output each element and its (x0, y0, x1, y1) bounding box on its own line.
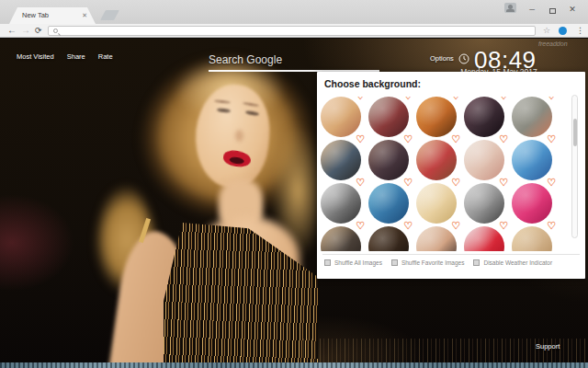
background-thumbnail-14[interactable]: ♡ (464, 183, 504, 224)
nav-most-visited[interactable]: Most Visited (17, 52, 54, 61)
favorite-heart-icon[interactable]: ♡ (547, 97, 556, 101)
extension-icon[interactable] (559, 27, 567, 35)
thumbnail-image[interactable] (321, 183, 361, 224)
background-thumbnail-13[interactable]: ♡ (416, 183, 457, 224)
new-tab-button[interactable] (100, 10, 119, 20)
favorite-heart-icon[interactable]: ♡ (403, 221, 413, 231)
panel-checkbox-item-1[interactable]: Shuffle All Images (324, 259, 382, 267)
favorite-heart-icon[interactable]: ♡ (451, 97, 460, 101)
checkbox-label: Shuffle All Images (334, 259, 382, 267)
thumbnail-image[interactable] (512, 183, 552, 224)
tab-title: New Tab (22, 7, 49, 24)
profile-button[interactable] (504, 3, 516, 13)
address-bar[interactable] (48, 26, 536, 36)
thumbnail-image[interactable] (368, 140, 409, 180)
thumbnail-image[interactable] (321, 97, 361, 137)
thumbnail-image[interactable] (512, 140, 552, 180)
favorite-heart-icon[interactable]: ♡ (403, 97, 413, 101)
topnav: Most Visited Share Rate (17, 52, 113, 61)
favorite-heart-icon[interactable]: ♡ (499, 97, 508, 101)
thumbnail-image[interactable] (368, 183, 409, 224)
reload-button[interactable]: ⟳ (35, 24, 42, 37)
clock-icon (458, 52, 469, 68)
thumbnail-image[interactable] (464, 140, 504, 180)
background-thumbnail-8[interactable]: ♡ (416, 140, 457, 180)
background-thumbnail-2[interactable]: ♡ (368, 97, 409, 137)
support-link[interactable]: Support (536, 342, 560, 351)
nav-share[interactable]: Share (67, 52, 85, 61)
panel-checkbox-item-3[interactable]: Disable Weather Indicator (473, 259, 552, 267)
minimize-button[interactable]: ─ (525, 2, 539, 26)
background-thumbnail-3[interactable]: ♡ (416, 97, 457, 137)
checkbox[interactable] (473, 259, 480, 266)
panel-scrollbar-thumb[interactable] (573, 119, 577, 146)
wallpaper-nose (235, 130, 243, 142)
favorite-heart-icon[interactable]: ♡ (356, 221, 365, 231)
favorite-heart-icon[interactable]: ♡ (356, 178, 365, 188)
background-thumbnail-20[interactable]: ♡ (512, 226, 552, 251)
background-thumbnail-7[interactable]: ♡ (368, 140, 409, 180)
favorite-heart-icon[interactable]: ♡ (356, 97, 365, 101)
browser-titlebar: New Tab ✕ ─ ✕ (0, 0, 588, 24)
forward-button[interactable]: → (21, 24, 30, 37)
favorite-heart-icon[interactable]: ♡ (547, 134, 556, 144)
person-icon (508, 5, 513, 9)
favorite-heart-icon[interactable]: ♡ (451, 178, 460, 188)
background-thumbnail-15[interactable]: ♡ (512, 183, 552, 224)
background-thumbnail-10[interactable]: ♡ (512, 140, 552, 180)
favorite-heart-icon[interactable]: ♡ (499, 221, 508, 231)
panel-checkbox-item-2[interactable]: Shuffle Favorite Images (391, 259, 465, 267)
google-search-input[interactable]: Search Google (209, 51, 379, 72)
tab-close-icon[interactable]: ✕ (82, 7, 87, 24)
background-thumbnail-9[interactable]: ♡ (464, 140, 504, 180)
favorite-heart-icon[interactable]: ♡ (451, 134, 460, 144)
background-thumbnail-19[interactable]: ♡ (464, 226, 504, 251)
background-thumbnail-18[interactable]: ♡ (416, 226, 457, 251)
search-icon (53, 29, 58, 33)
thumbnail-image[interactable] (416, 97, 457, 137)
panel-title: Choose background: (324, 78, 421, 89)
background-thumbnail-1[interactable]: ♡ (321, 97, 361, 137)
thumbnail-image[interactable] (512, 97, 552, 137)
background-thumbnail-17[interactable]: ♡ (368, 226, 409, 251)
background-thumbnail-6[interactable]: ♡ (321, 140, 361, 180)
checkbox-label: Shuffle Favorite Images (401, 259, 465, 267)
checkbox[interactable] (324, 259, 331, 266)
favorite-heart-icon[interactable]: ♡ (547, 178, 556, 188)
bookmark-star-icon[interactable]: ☆ (543, 24, 550, 37)
freeaddon-watermark: freeaddon (538, 40, 568, 47)
background-thumbnail-grid: ♡♡♡♡♡♡♡♡♡♡♡♡♡♡♡♡♡♡♡♡ (321, 97, 565, 251)
bottom-edge-strip (0, 362, 588, 368)
panel-scrollbar[interactable] (571, 95, 578, 238)
browser-menu-icon[interactable]: ⋮ (576, 24, 584, 37)
back-button[interactable]: ← (7, 24, 17, 37)
thumbnail-image[interactable] (416, 140, 457, 180)
browser-toolbar: ← → ⟳ ☆ ⋮ (0, 24, 588, 38)
favorite-heart-icon[interactable]: ♡ (451, 221, 460, 231)
thumbnail-image[interactable] (368, 97, 409, 137)
checkbox-label: Disable Weather Indicator (483, 259, 552, 267)
favorite-heart-icon[interactable]: ♡ (499, 134, 508, 144)
background-thumbnail-16[interactable]: ♡ (321, 226, 361, 251)
thumbnail-image[interactable] (464, 183, 504, 224)
background-thumbnail-5[interactable]: ♡ (512, 97, 552, 137)
favorite-heart-icon[interactable]: ♡ (499, 178, 508, 188)
thumbnail-image[interactable] (464, 97, 504, 137)
panel-options-row: Shuffle All ImagesShuffle Favorite Image… (324, 259, 552, 267)
background-thumbnail-4[interactable]: ♡ (464, 97, 504, 137)
checkbox[interactable] (391, 259, 398, 266)
options-button[interactable]: Options (430, 54, 454, 63)
favorite-heart-icon[interactable]: ♡ (403, 134, 413, 144)
favorite-heart-icon[interactable]: ♡ (403, 178, 413, 188)
thumbnail-image[interactable] (321, 140, 361, 180)
favorite-heart-icon[interactable]: ♡ (547, 221, 556, 231)
browser-tab[interactable]: New Tab ✕ (9, 7, 96, 24)
maximize-button[interactable] (549, 8, 556, 14)
browser-window: Most Visited Share Rate Search Google Op… (0, 0, 588, 368)
nav-rate[interactable]: Rate (98, 52, 113, 61)
close-window-button[interactable]: ✕ (565, 1, 580, 25)
background-thumbnail-11[interactable]: ♡ (321, 183, 361, 224)
favorite-heart-icon[interactable]: ♡ (356, 134, 365, 144)
background-thumbnail-12[interactable]: ♡ (368, 183, 409, 224)
thumbnail-image[interactable] (416, 183, 457, 224)
